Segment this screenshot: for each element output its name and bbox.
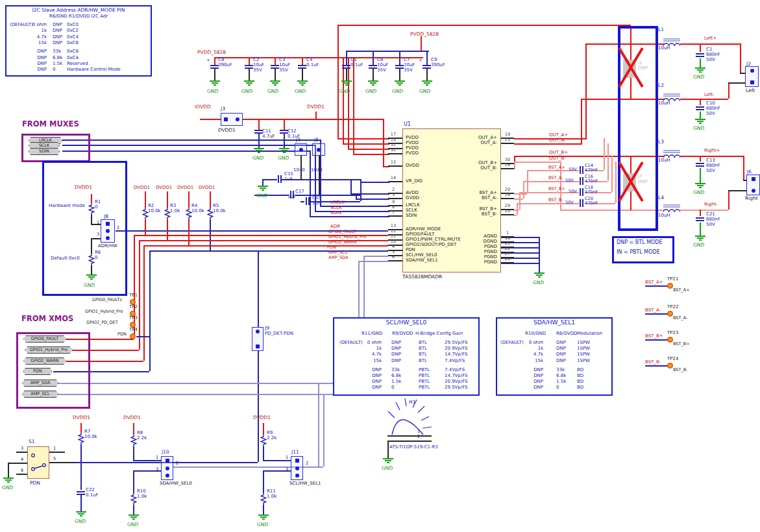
net-label: J1 [638, 61, 643, 66]
ground-symbol-icon [695, 236, 705, 241]
connector-pin-circle [750, 69, 754, 73]
wire [373, 69, 374, 80]
net-label: C21 [706, 212, 715, 217]
net-label: 1uF [284, 177, 293, 182]
wire [337, 138, 389, 139]
ground-symbol-icon [76, 511, 86, 517]
wire [539, 237, 540, 272]
table-header: R10/GND [525, 332, 546, 336]
ic-pin-number: 5 [387, 250, 400, 254]
resistor-icon [78, 433, 84, 444]
table-cell: PBTL [419, 385, 430, 390]
wire [136, 336, 149, 337]
wire [214, 57, 423, 58]
table-cell: 0 [391, 385, 394, 390]
connector-pin-circle [295, 474, 299, 478]
capacitor-icon [394, 60, 404, 70]
net-label: 1040 [311, 168, 323, 173]
net-label: 10uF [279, 63, 290, 67]
wire [80, 423, 82, 433]
table-cell: 1SPW [577, 346, 590, 351]
net-flag: GPIO2_WARN [23, 357, 66, 365]
net-label: Right [745, 196, 758, 201]
net-label: BST_A+ [645, 280, 663, 285]
wire [62, 139, 320, 141]
net-label: 1 [156, 455, 158, 460]
wire [275, 69, 276, 80]
net-label: IOVDD [195, 104, 211, 110]
gnd-label: GND [207, 89, 218, 94]
net-label: BST_A- [548, 176, 563, 180]
wire [383, 119, 384, 166]
table-cell: BTL [419, 359, 427, 363]
wire [139, 240, 140, 313]
table-header: Modulation [577, 332, 602, 336]
net-label: J6 [747, 169, 752, 175]
table-cell: 0 [53, 67, 55, 72]
table-header: R9/DVDD [392, 332, 413, 336]
wire [680, 43, 740, 45]
test-point [667, 283, 673, 289]
wire [149, 250, 151, 336]
ic-pin-name: PGND [404, 245, 497, 249]
net-label: TP4 [129, 328, 138, 332]
table-cell: DNP [504, 380, 543, 384]
wire [49, 462, 76, 463]
ic-pin-stub [388, 165, 402, 167]
wire [645, 313, 668, 315]
net-label: Right+ [704, 149, 720, 153]
wire [615, 162, 617, 203]
ic-pin-name: BST_A+ [404, 191, 497, 195]
net-label: J4 [296, 138, 300, 143]
ic-pin-name: BST_B- [404, 212, 497, 217]
wire [133, 470, 134, 493]
ground-bar [80, 515, 82, 516]
net-flag: AMP_SDA [22, 380, 58, 387]
wire [728, 190, 746, 191]
table-cell: 0 ohm [8, 23, 47, 27]
ground-bar [3, 478, 14, 479]
wire [302, 69, 303, 80]
ground-bar [270, 80, 280, 82]
ic-pin-number: 30 [501, 158, 514, 162]
table-cell: BD [577, 374, 583, 378]
table-cell: 1.5k [53, 62, 62, 66]
net-label: BST_B- [673, 368, 688, 372]
table-cell: 1SPW [577, 352, 590, 357]
table-cell: DNP [556, 352, 566, 357]
test-point [130, 333, 136, 339]
capacitor-icon [297, 60, 307, 70]
net-label: 2 [117, 226, 119, 230]
net-label: C9 [431, 58, 437, 62]
net-label: 390uF [431, 63, 445, 67]
net-label: 680nF [706, 217, 720, 222]
ground-symbol-icon [368, 80, 378, 86]
net-label: 10uH [658, 101, 670, 106]
net-flag: AMP_SCL [22, 391, 58, 398]
wire [167, 191, 168, 208]
table-header: R8/DVDD [556, 332, 578, 336]
ic-pin-stub [501, 168, 514, 169]
net-label: L3 [658, 139, 664, 145]
net-label: DNP = BTL MODE [617, 240, 663, 245]
net-label: 35V [253, 68, 262, 73]
net-label: TP23 [667, 331, 678, 335]
ic-pin-name: BST_B+ [404, 207, 497, 212]
wire [353, 57, 354, 154]
table-cell: PBTL [419, 374, 430, 378]
gnd-label: GND [252, 156, 264, 161]
net-label: ADR/HW [98, 244, 117, 248]
net-label: 1 [417, 429, 420, 434]
ic-pin-number: 10 [387, 239, 400, 244]
net-label: R4 [191, 204, 197, 208]
net-label: R5 [213, 204, 219, 208]
ground-bar [697, 121, 704, 122]
capacitor-icon [341, 60, 351, 70]
gnd-label: GND [267, 89, 278, 94]
ground-bar [534, 272, 545, 274]
ground-bar [272, 82, 278, 84]
ic-pin-number: 32 [387, 148, 400, 152]
net-label: 3 [286, 467, 288, 472]
net-label: C22 [86, 488, 95, 492]
wire [143, 245, 145, 324]
